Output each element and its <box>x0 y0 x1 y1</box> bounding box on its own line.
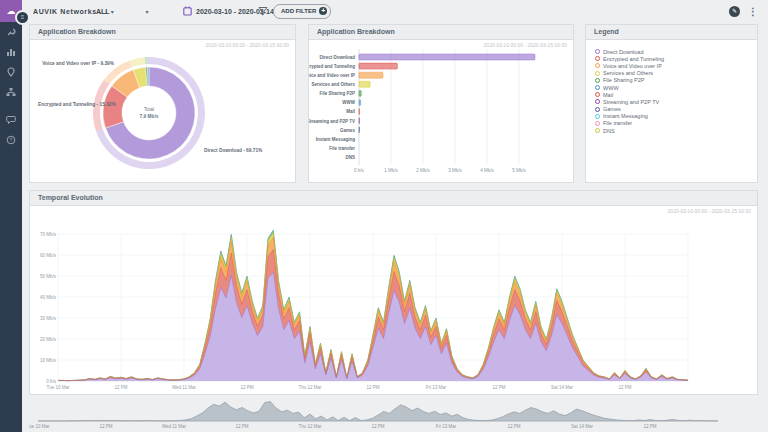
legend-item-label: Encrypted and Tunneling <box>603 56 664 62</box>
plus-icon: + <box>319 7 327 15</box>
svg-text:Encrypted and Tunneling: Encrypted and Tunneling <box>309 64 355 69</box>
svg-text:12 PM: 12 PM <box>371 424 384 429</box>
add-filter-button[interactable]: ADD FILTER + <box>273 0 331 22</box>
panel-title: Application Breakdown <box>30 25 295 38</box>
legend-item: Streaming and P2P TV <box>595 98 757 105</box>
legend-item-label: Streaming and P2P TV <box>603 99 659 105</box>
svg-text:7.9 Mb/s: 7.9 Mb/s <box>140 114 159 119</box>
help-circle-icon: ? <box>6 135 16 145</box>
sidebar-collapse-button[interactable]: ≡ <box>15 10 30 25</box>
svg-text:Fri 13 Mar: Fri 13 Mar <box>426 385 447 390</box>
svg-text:Sat 14 Mar: Sat 14 Mar <box>551 385 574 390</box>
svg-text:Thu 12 Mar: Thu 12 Mar <box>298 424 322 429</box>
chevron-down-icon: ▾ <box>146 8 149 15</box>
sidebar-item-locations[interactable] <box>0 62 22 82</box>
legend-item-label: WWW <box>603 85 619 91</box>
kebab-icon: ⋮ <box>748 6 758 17</box>
legend-item: DNS <box>595 127 757 134</box>
svg-text:Total: Total <box>144 107 154 112</box>
chat-bubble-icon <box>6 115 16 125</box>
legend-item-label: DNS <box>603 128 615 134</box>
svg-text:Voice and Video over IP - 9.39: Voice and Video over IP - 9.39% <box>42 61 114 66</box>
svg-text:DNS: DNS <box>345 155 355 160</box>
svg-text:12 PM: 12 PM <box>235 424 248 429</box>
svg-text:1 Mb/s: 1 Mb/s <box>384 168 398 173</box>
legend-color-dot <box>595 107 600 112</box>
wrench-icon <box>6 27 16 37</box>
sitemap-icon <box>6 87 16 97</box>
svg-text:30 Mb/s: 30 Mb/s <box>40 316 57 321</box>
panel-title: Legend <box>586 25 757 38</box>
legend-item: Direct Download <box>595 48 757 55</box>
svg-text:5 Mb/s: 5 Mb/s <box>512 168 526 173</box>
svg-text:Mail: Mail <box>346 109 355 114</box>
legend-item: Encrypted and Tunneling <box>595 55 757 62</box>
svg-text:0 b/s: 0 b/s <box>46 379 57 384</box>
pencil-icon: ✎ <box>729 6 740 17</box>
legend-item: Instant Messaging <box>595 113 757 120</box>
svg-text:20 Mb/s: 20 Mb/s <box>40 337 57 342</box>
svg-text:12 PM: 12 PM <box>114 385 127 390</box>
legend-color-dot <box>595 78 600 83</box>
legend-color-dot <box>595 85 600 90</box>
legend-item-label: Mail <box>603 92 613 98</box>
sidebar-item-help[interactable]: ? <box>0 130 22 150</box>
legend-color-dot <box>595 121 600 126</box>
svg-text:12 PM: 12 PM <box>507 424 520 429</box>
calendar-icon <box>183 6 192 16</box>
more-menu-button[interactable]: ⋮ <box>748 0 758 22</box>
svg-text:10 Mb/s: 10 Mb/s <box>40 358 57 363</box>
legend-color-dot <box>595 128 600 133</box>
panel-header: Application Breakdown <box>309 25 573 40</box>
sidebar-item-reports[interactable] <box>0 42 22 62</box>
dashboard-page: ☁ ? <box>0 0 768 432</box>
sidebar-divider <box>0 102 22 110</box>
svg-text:70 Mb/s: 70 Mb/s <box>40 232 57 237</box>
svg-text:3 Mb/s: 3 Mb/s <box>448 168 462 173</box>
legend-color-dot <box>595 99 600 104</box>
svg-text:Tue 10 Mar: Tue 10 Mar <box>29 424 50 429</box>
panel-header: Legend <box>586 25 757 40</box>
legend-item: Voice and Video over IP <box>595 62 757 69</box>
brush-overview-chart[interactable]: Tue 10 Mar12 PMWed 11 Mar12 PMThu 12 Mar… <box>29 398 739 432</box>
bar-chart-icon <box>6 47 16 57</box>
svg-text:Services and Others: Services and Others <box>311 82 355 87</box>
legend-item-label: File transfer <box>603 121 632 127</box>
legend-color-dot <box>595 49 600 54</box>
edit-dashboard-button[interactable]: ✎ <box>729 0 740 22</box>
legend-color-dot <box>595 114 600 119</box>
svg-text:12 PM: 12 PM <box>643 424 656 429</box>
svg-text:Wed 11 Mar: Wed 11 Mar <box>162 424 187 429</box>
legend-item-label: Voice and Video over IP <box>603 63 662 69</box>
scope-selector-value: ALL <box>96 8 110 15</box>
temporal-area-chart: 0 b/s10 Mb/s20 Mb/s30 Mb/s40 Mb/s50 Mb/s… <box>30 205 757 394</box>
svg-text:Tue 10 Mar: Tue 10 Mar <box>47 385 70 390</box>
legend-item: WWW <box>595 84 757 91</box>
scope-selector[interactable]: ALL ▾ <box>96 0 149 22</box>
sidebar-item-chat[interactable] <box>0 110 22 130</box>
svg-text:?: ? <box>10 137 13 143</box>
legend-item: Services and Others <box>595 70 757 77</box>
svg-text:Wed 11 Mar: Wed 11 Mar <box>172 385 197 390</box>
panel-header: Temporal Evolution <box>30 191 757 206</box>
legend-color-dot <box>595 71 600 76</box>
cloud-icon: ☁ <box>7 6 16 16</box>
legend-item-label: Instant Messaging <box>603 114 648 120</box>
sidebar-item-network[interactable] <box>0 82 22 102</box>
filter-toggle[interactable] <box>258 0 268 22</box>
panel-legend: Legend Direct DownloadEncrypted and Tunn… <box>585 24 758 183</box>
svg-text:Sat 14 Mar: Sat 14 Mar <box>571 424 594 429</box>
legend-list: Direct DownloadEncrypted and TunnelingVo… <box>586 40 757 134</box>
map-pin-icon <box>6 67 16 77</box>
svg-text:40 Mb/s: 40 Mb/s <box>40 295 57 300</box>
legend-item: File Sharing P2P <box>595 77 757 84</box>
legend-item: File transfer <box>595 120 757 127</box>
sidebar-item-tools[interactable] <box>0 22 22 42</box>
legend-color-dot <box>595 56 600 61</box>
svg-text:File transfer: File transfer <box>329 146 355 151</box>
svg-text:12 PM: 12 PM <box>492 385 505 390</box>
legend-color-dot <box>595 63 600 68</box>
panel-title: Application Breakdown <box>309 25 573 38</box>
legend-item: Games <box>595 106 757 113</box>
topbar: AUVIK Networks ... ▾ ALL ▾ 2020-03-10 - … <box>22 0 768 22</box>
